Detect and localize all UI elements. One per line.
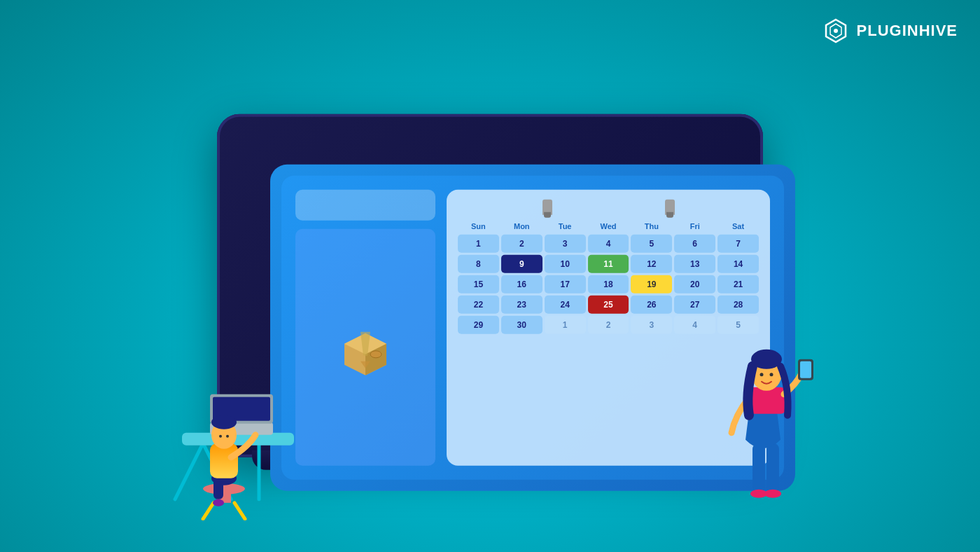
cal-day-30: 30 <box>501 316 542 334</box>
cal-day-next-1: 1 <box>545 316 586 334</box>
cal-day-9: 9 <box>501 255 542 273</box>
logo-container: PLUGINHIVE <box>822 17 958 45</box>
monitor-wrapper: Sun Mon Tue Wed Thu Fri Sat 1 2 3 <box>175 72 805 464</box>
sidebar-top-bar <box>295 190 435 221</box>
cal-day-next-3: 3 <box>631 316 672 334</box>
cal-header-sat: Sat <box>718 221 759 232</box>
cal-day-22: 22 <box>458 296 499 314</box>
svg-point-25 <box>211 415 237 429</box>
cal-day-29: 29 <box>458 316 499 334</box>
package-icon <box>334 319 397 375</box>
svg-point-27 <box>226 435 229 438</box>
cal-day-19: 19 <box>631 275 672 294</box>
cal-day-next-4: 4 <box>674 316 715 334</box>
cal-day-26: 26 <box>631 296 672 314</box>
person-standing-container <box>714 303 826 513</box>
svg-rect-34 <box>800 361 811 378</box>
person-standing-illustration <box>714 303 826 513</box>
cal-day-12: 12 <box>631 255 672 273</box>
cal-header-thu: Thu <box>631 221 672 232</box>
sidebar-content <box>295 229 435 466</box>
svg-rect-32 <box>748 387 786 414</box>
cal-day-14: 14 <box>718 255 759 273</box>
cal-day-5: 5 <box>631 235 672 253</box>
pluginhive-logo-icon <box>822 17 850 45</box>
cal-day-15: 15 <box>458 275 499 294</box>
cal-day-8: 8 <box>458 255 499 273</box>
cal-day-23: 23 <box>501 296 542 314</box>
cal-day-27: 27 <box>674 296 715 314</box>
svg-point-38 <box>770 373 774 376</box>
svg-rect-28 <box>752 443 765 492</box>
cal-day-6: 6 <box>674 235 715 253</box>
cal-day-10: 10 <box>545 255 586 273</box>
svg-line-9 <box>175 443 203 499</box>
cal-day-3: 3 <box>545 235 586 253</box>
svg-line-19 <box>234 503 245 519</box>
calendar-ring-right <box>665 200 675 215</box>
calendar-ring-left <box>542 200 552 215</box>
svg-point-36 <box>751 350 782 369</box>
person-sitting-illustration <box>147 324 315 520</box>
svg-point-2 <box>834 29 838 33</box>
cal-header-tue: Tue <box>545 221 586 232</box>
cal-day-21: 21 <box>718 275 759 294</box>
sidebar-panel <box>295 190 435 466</box>
svg-rect-21 <box>214 475 223 499</box>
cal-day-20: 20 <box>674 275 715 294</box>
svg-point-31 <box>764 490 781 498</box>
cal-header-sun: Sun <box>458 221 499 232</box>
cal-day-24: 24 <box>545 296 586 314</box>
cal-header-fri: Fri <box>674 221 715 232</box>
cal-day-17: 17 <box>545 275 586 294</box>
cal-day-4: 4 <box>588 235 629 253</box>
calendar-header: Sun Mon Tue Wed Thu Fri Sat <box>458 221 759 232</box>
svg-point-7 <box>370 351 382 358</box>
cal-day-next-2: 2 <box>588 316 629 334</box>
cal-day-7: 7 <box>718 235 759 253</box>
svg-line-18 <box>203 503 214 519</box>
cal-day-1: 1 <box>458 235 499 253</box>
svg-point-22 <box>213 499 224 506</box>
cal-day-11: 11 <box>588 255 629 273</box>
cal-day-13: 13 <box>674 255 715 273</box>
cal-header-wed: Wed <box>588 221 629 232</box>
cal-header-mon: Mon <box>501 221 542 232</box>
logo-text: PLUGINHIVE <box>857 22 958 40</box>
screen-inner: Sun Mon Tue Wed Thu Fri Sat 1 2 3 <box>281 176 784 480</box>
cal-day-2: 2 <box>501 235 542 253</box>
svg-point-37 <box>760 373 764 376</box>
svg-rect-29 <box>766 443 779 492</box>
cal-day-25: 25 <box>588 296 629 314</box>
person-sitting-container <box>147 324 315 520</box>
cal-day-18: 18 <box>588 275 629 294</box>
cal-day-16: 16 <box>501 275 542 294</box>
svg-point-26 <box>219 435 222 438</box>
calendar-rings <box>458 200 759 215</box>
